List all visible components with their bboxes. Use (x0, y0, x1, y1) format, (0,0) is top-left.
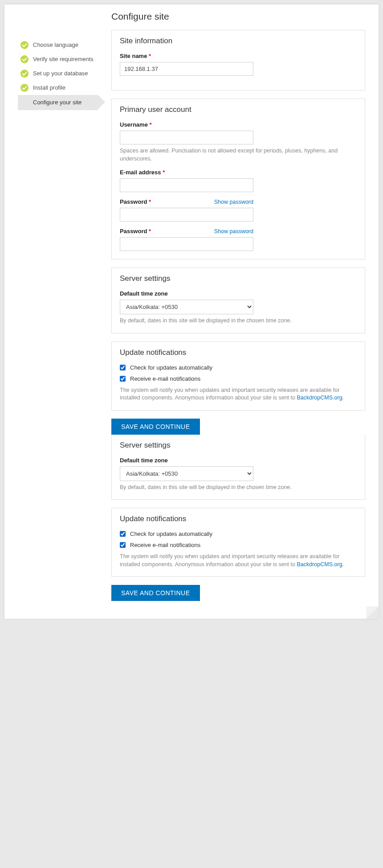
check-updates-checkbox[interactable] (120, 531, 126, 537)
backdrop-link[interactable]: BackdropCMS.org (297, 561, 342, 568)
primary-user-card: Primary user account Username * Spaces a… (111, 99, 365, 259)
required-marker: * (149, 228, 151, 234)
page-title: Configure site (111, 11, 365, 22)
step-label: Verify site requirements (33, 55, 94, 63)
step-label: Set up your database (33, 70, 88, 78)
password-input[interactable] (120, 208, 253, 222)
update-notifications-card: Update notifications Check for updates a… (111, 341, 365, 411)
required-marker: * (149, 53, 151, 59)
card-legend: Site information (120, 37, 357, 45)
update-notifications-card-dup: Update notifications Check for updates a… (111, 508, 365, 577)
timezone-select[interactable]: Asia/Kolkata: +0530 (120, 300, 253, 314)
step-verify-requirements: Verify site requirements (18, 52, 98, 66)
email-notifications-label: Receive e-mail notifications (130, 542, 200, 548)
check-icon (20, 70, 29, 78)
password-label: Password * (120, 198, 151, 205)
page-container: Choose language Verify site requirements… (4, 4, 379, 619)
server-settings-card-dup: Server settings Default time zone Asia/K… (111, 435, 365, 500)
save-continue-button[interactable]: SAVE AND CONTINUE (111, 419, 200, 435)
timezone-select[interactable]: Asia/Kolkata: +0530 (120, 466, 253, 481)
required-marker: * (163, 169, 165, 176)
check-updates-label: Check for updates automatically (130, 364, 212, 371)
required-marker: * (149, 198, 151, 205)
step-configure-site: Configure your site (18, 95, 98, 110)
step-install-profile: Install profile (18, 81, 98, 95)
email-label: E-mail address * (120, 169, 357, 176)
card-legend: Primary user account (120, 105, 357, 114)
main-content: Configure site Site information Site nam… (98, 11, 365, 601)
show-password-link[interactable]: Show password (214, 228, 253, 234)
check-icon (20, 55, 29, 63)
timezone-label: Default time zone (120, 290, 357, 297)
timezone-label: Default time zone (120, 457, 357, 464)
check-updates-checkbox[interactable] (120, 365, 126, 370)
updates-note: The system will notify you when updates … (120, 553, 357, 568)
card-legend: Update notifications (120, 514, 357, 523)
timezone-help: By default, dates in this site will be d… (120, 484, 357, 492)
server-settings-card: Server settings Default time zone Asia/K… (111, 267, 365, 333)
step-label: Choose language (33, 41, 78, 49)
password-confirm-label: Password * (120, 228, 151, 234)
check-icon (20, 41, 29, 49)
password-confirm-input[interactable] (120, 237, 253, 251)
card-legend: Server settings (120, 441, 357, 450)
site-information-card: Site information Site name * (111, 30, 365, 91)
required-marker: * (150, 121, 152, 128)
save-continue-button[interactable]: SAVE AND CONTINUE (111, 585, 200, 601)
install-progress-sidebar: Choose language Verify site requirements… (18, 11, 98, 601)
username-input[interactable] (120, 131, 253, 144)
site-name-input[interactable] (120, 62, 253, 76)
check-icon (20, 84, 29, 92)
step-setup-database: Set up your database (18, 66, 98, 81)
step-label: Install profile (33, 84, 65, 92)
timezone-help: By default, dates in this site will be d… (120, 317, 357, 325)
email-notifications-checkbox[interactable] (120, 542, 126, 548)
card-legend: Server settings (120, 274, 357, 283)
backdrop-link[interactable]: BackdropCMS.org (297, 395, 342, 401)
step-choose-language: Choose language (18, 38, 98, 52)
step-label: Configure your site (33, 99, 81, 107)
updates-note: The system will notify you when updates … (120, 387, 357, 402)
corner-fold-icon (366, 606, 379, 619)
email-input[interactable] (120, 178, 253, 192)
site-name-label: Site name * (120, 53, 357, 59)
email-notifications-label: Receive e-mail notifications (130, 375, 200, 382)
check-updates-label: Check for updates automatically (130, 531, 212, 537)
card-legend: Update notifications (120, 348, 357, 357)
username-help: Spaces are allowed. Punctuation is not a… (120, 147, 357, 163)
username-label: Username * (120, 121, 357, 128)
show-password-link[interactable]: Show password (214, 199, 253, 205)
email-notifications-checkbox[interactable] (120, 376, 126, 382)
